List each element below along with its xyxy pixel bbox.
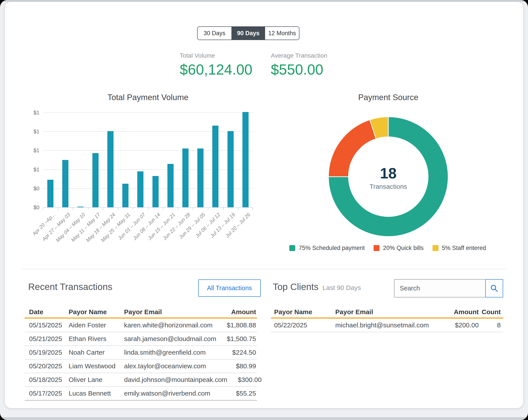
recent-transactions-title: Recent Transactions (28, 282, 112, 292)
donut-slice-quick-bills[interactable] (328, 120, 376, 177)
bar-12[interactable] (212, 126, 218, 207)
cell-amount: $1,500.75 (222, 335, 257, 343)
x-axis-tick-mark (163, 208, 163, 210)
cell-date: 05/21/2025 (25, 335, 69, 343)
y-axis-tick-label: $0 (20, 204, 39, 210)
cell-date: 05/19/2025 (25, 349, 69, 356)
table-row: 05/17/2025Lucas Bennettemily.watson@rive… (25, 387, 257, 401)
y-axis-tick-label: $1 (20, 167, 39, 172)
legend-item-quick-bills[interactable]: 20% Quick bills (373, 245, 424, 252)
window-top-strip (0, 0, 528, 2)
bar-8[interactable] (153, 176, 159, 207)
legend-swatch-scheduled-payment (289, 245, 295, 251)
bar-5[interactable] (107, 131, 114, 207)
cell-payor-name: Lucas Bennett (69, 390, 124, 397)
payment-source-donut-chart (327, 115, 450, 238)
average-transaction-value: $550.00 (271, 60, 327, 79)
bar-10[interactable] (182, 148, 189, 207)
legend-item-scheduled-payment[interactable]: 75% Scheduled payment (289, 245, 365, 252)
cell-payor-email: linda.smith@greenfield.com (124, 349, 222, 356)
tab-90-days[interactable]: 90 Days (231, 27, 265, 40)
top-clients-subtitle: Last 90 Days (323, 284, 361, 291)
app-window: 30 Days 90 Days 12 Months Total Volume $… (0, 0, 528, 420)
x-axis-tick-mark (223, 208, 224, 210)
cell-amount: $55.25 (222, 390, 257, 397)
recent-transactions-header: Date Payor Name Payor Email Amount (25, 306, 257, 317)
tab-30-days[interactable]: 30 Days (198, 27, 231, 40)
x-axis-tick-mark (238, 208, 239, 210)
bar-6[interactable] (122, 184, 129, 207)
cell-payor-email: michael.bright@sunsetmail.com (335, 322, 439, 329)
tab-12-months[interactable]: 12 Months (265, 27, 299, 40)
average-transaction-stat: Average Transaction $550.00 (271, 51, 327, 79)
average-transaction-label: Average Transaction (271, 51, 327, 60)
recent-transactions-body: 05/15/2025Aiden Fosterkaren.white@horizo… (25, 319, 257, 401)
cell-payor-email: emily.watson@riverbend.com (124, 390, 222, 397)
cell-payor-email: sarah.jameson@cloudmail.com (124, 335, 222, 343)
table-row: 05/21/2025Ethan Riverssarah.jameson@clou… (25, 332, 257, 346)
cell-amount: $224.50 (222, 349, 257, 356)
bar-2[interactable] (62, 160, 68, 207)
cell-payor-name: Ethan Rivers (69, 335, 124, 343)
top-clients-body: 05/22/2025michael.bright@sunsetmail.com$… (271, 319, 503, 332)
y-gridline (43, 169, 253, 170)
top-clients-title-group: Top Clients Last 90 Days (273, 282, 361, 292)
bar-14[interactable] (242, 112, 249, 207)
table-row: 05/19/2025Noah Carterlinda.smith@greenfi… (25, 346, 257, 360)
x-axis-tick-mark (178, 208, 179, 210)
bar-9[interactable] (168, 164, 174, 207)
cell-payor-email: alex.taylor@oceanview.com (124, 362, 222, 370)
search-button[interactable] (485, 279, 503, 298)
cell-payor-email: karen.white@horizonmail.com (124, 322, 222, 329)
column-header-payor-name: Payor Name (271, 308, 335, 316)
column-header-amount: Amount (439, 308, 479, 316)
recent-transactions-table: Date Payor Name Payor Email Amount 05/15… (25, 306, 257, 401)
dashboard-page: 30 Days 90 Days 12 Months Total Volume $… (0, 0, 528, 420)
cell-payor-name: Liam Westwood (69, 362, 124, 370)
cell-count: 8 (479, 322, 503, 329)
x-axis-tick-mark (252, 208, 253, 210)
donut-legend: 75% Scheduled payment20% Quick bills5% S… (273, 245, 502, 252)
search-icon (490, 284, 499, 293)
section-divider (22, 269, 506, 269)
total-volume-stat: Total Volume $60,124.00 (180, 51, 252, 79)
column-header-count: Count (479, 308, 503, 316)
cell-date: 05/20/2025 (25, 362, 69, 370)
legend-item-staff-entered[interactable]: 5% Staff entered (432, 245, 486, 252)
table-row: 05/22/2025michael.bright@sunsetmail.com$… (271, 319, 503, 332)
y-gridline (43, 150, 253, 151)
top-clients-title: Top Clients (273, 282, 319, 292)
all-transactions-button[interactable]: All Transactions (198, 279, 261, 297)
y-gridline (43, 131, 253, 132)
bar-7[interactable] (137, 171, 144, 207)
legend-swatch-staff-entered (432, 245, 438, 251)
cell-date: 05/15/2025 (25, 322, 69, 329)
x-axis-tick-mark (88, 208, 88, 210)
cell-amount: $200.00 (439, 322, 479, 329)
x-axis-label: Jun 01 – Jun 07 (117, 212, 146, 241)
bar-1[interactable] (47, 180, 53, 207)
bar-4[interactable] (92, 153, 98, 207)
legend-label-staff-entered: 5% Staff entered (442, 245, 486, 252)
column-header-amount: Amount (222, 308, 257, 316)
cell-payor-email: david.johnson@mountainpeak.com (124, 376, 227, 384)
table-row: 05/15/2025Aiden Fosterkaren.white@horizo… (25, 319, 257, 332)
column-header-payor-email: Payor Email (335, 308, 439, 316)
bar-13[interactable] (228, 131, 234, 207)
top-clients-search (394, 279, 503, 298)
x-axis-tick-mark (148, 208, 148, 210)
y-gridline (43, 188, 253, 189)
total-volume-value: $60,124.00 (180, 60, 252, 79)
cell-amount: $80.99 (222, 362, 257, 370)
x-axis-tick-mark (208, 208, 208, 210)
cell-date: 05/18/2025 (25, 376, 69, 384)
search-input[interactable] (394, 279, 485, 298)
cell-payor-name: Aiden Foster (69, 322, 124, 329)
table-row: 05/20/2025Liam Westwoodalex.taylor@ocean… (25, 360, 257, 373)
bar-11[interactable] (197, 148, 204, 207)
table-row: 05/18/2025Oliver Lanedavid.johnson@mount… (25, 373, 257, 387)
total-payment-volume-chart: $0$0$1$1$1$1Apr 20 –Ap...Apr 27 – May 03… (43, 112, 253, 208)
cell-payor-name: Oliver Lane (69, 376, 124, 384)
column-header-date: Date (25, 308, 69, 316)
x-axis-label: Jun 29 – Jul 05 (178, 212, 206, 240)
